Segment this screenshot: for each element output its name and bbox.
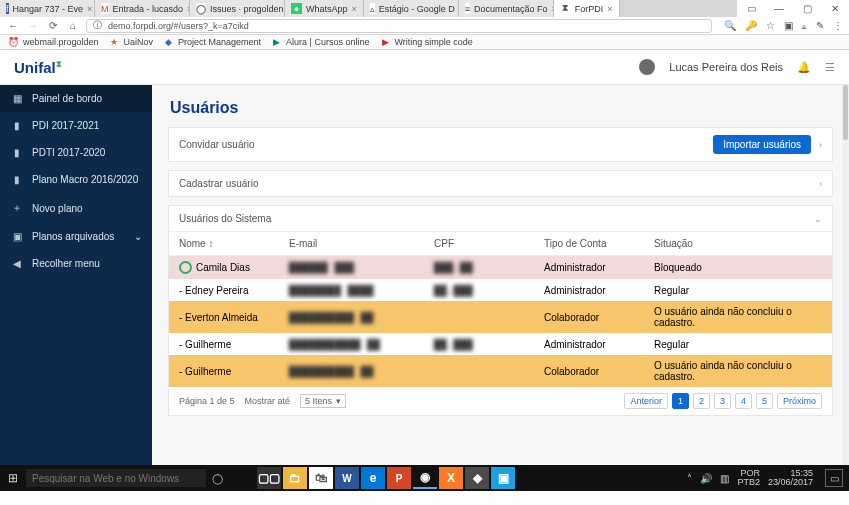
sidebar-item-label: Plano Macro 2016/2020 <box>32 174 138 185</box>
back-icon[interactable]: ← <box>6 20 20 31</box>
bookmark-item[interactable]: ★UaiNov <box>109 37 154 48</box>
browser-tab[interactable]: MEntrada - lucasdo× <box>95 0 190 17</box>
page-size-value: 5 Itens <box>305 396 332 406</box>
close-icon[interactable]: × <box>87 4 92 14</box>
browser-tab[interactable]: ≡Documentação Fo× <box>459 0 554 17</box>
pager-next[interactable]: Próximo <box>777 393 822 409</box>
windows-search-input[interactable] <box>26 469 206 487</box>
col-tipo[interactable]: Tipo de Conta <box>544 238 654 249</box>
col-email[interactable]: E-mail <box>289 238 434 249</box>
sidebar-item[interactable]: ▣Planos arquivados⌄ <box>0 223 152 250</box>
taskbar-app[interactable]: ◆ <box>465 467 489 489</box>
page-size-select[interactable]: 5 Itens ▾ <box>300 394 346 408</box>
reload-icon[interactable]: ⟳ <box>46 20 60 31</box>
taskbar-app[interactable]: ▢▢ <box>257 467 281 489</box>
cortana-icon[interactable]: ◯ <box>212 473 223 484</box>
browser-tab[interactable]: ⧗ForPDI× <box>554 0 620 17</box>
sidebar-item[interactable]: ＋Novo plano <box>0 193 152 223</box>
action-center-icon[interactable]: ▭ <box>825 469 843 487</box>
bell-icon[interactable]: 🔔 <box>797 61 811 74</box>
col-name[interactable]: Nome ↕ <box>179 238 289 249</box>
start-button[interactable]: ⊞ <box>0 471 26 485</box>
win-two-icon[interactable]: ▭ <box>737 3 765 14</box>
search-icon[interactable]: 🔍 <box>724 20 736 31</box>
import-users-button[interactable]: Importar usuários <box>713 135 811 154</box>
taskbar-app[interactable]: ◉ <box>413 467 437 489</box>
close-icon[interactable]: × <box>607 4 612 14</box>
taskbar: ⊞ ◯ ▢▢🗀🛍WeP◉X◆▣ ˄ 🔊 ▥ POR PTB2 15:35 23/… <box>0 465 849 491</box>
browser-tab[interactable]: fHangar 737 - Eve× <box>0 0 95 17</box>
sidebar-item[interactable]: ◀Recolher menu <box>0 250 152 277</box>
bookmark-item[interactable]: ⏰webmail.progolden <box>8 37 99 48</box>
menu-icon[interactable]: ⋮ <box>833 20 843 31</box>
pager-page[interactable]: 2 <box>693 393 710 409</box>
ext-icon[interactable]: ▣ <box>784 20 793 31</box>
cell-name: Camila Dias <box>196 262 250 273</box>
user-name[interactable]: Lucas Pereira dos Reis <box>669 61 783 73</box>
pager-page[interactable]: 1 <box>672 393 689 409</box>
minimize-icon[interactable]: — <box>765 3 793 14</box>
save-icon[interactable]: ✎ <box>816 20 824 31</box>
sidebar-item-label: Painel de bordo <box>32 93 102 104</box>
sidebar-item[interactable]: ▮PDI 2017-2021 <box>0 112 152 139</box>
table-row[interactable]: - Everton Almeida ██████████ ██ Colabora… <box>169 301 832 333</box>
tray-chevron-up-icon[interactable]: ˄ <box>687 473 692 484</box>
sidebar-item[interactable]: ▮PDTI 2017-2020 <box>0 139 152 166</box>
cell-sit: O usuário ainda não concluiu o cadastro. <box>654 306 822 328</box>
scrollbar-thumb[interactable] <box>843 85 848 140</box>
pager-page[interactable]: 5 <box>756 393 773 409</box>
table-row[interactable]: Camila Dias ██████ ███ ███.██ Administra… <box>169 256 832 279</box>
taskbar-app[interactable]: 🗀 <box>283 467 307 489</box>
table-row[interactable]: - Guilherme ███████████ ██ ██.███ Admini… <box>169 333 832 355</box>
browser-tab[interactable]: ◯Issues · progolden× <box>190 0 285 17</box>
scrollbar[interactable] <box>842 85 849 465</box>
favicon-icon: ▵ <box>370 3 375 14</box>
url-input[interactable]: ⓘ demo.forpdi.org/#/users?_k=a7cikd <box>86 19 712 33</box>
col-cpf[interactable]: CPF <box>434 238 544 249</box>
sidebar-icon: ◀ <box>10 258 24 269</box>
bookmark-item[interactable]: ◆Project Management <box>163 37 261 48</box>
table-row[interactable]: - Edney Pereira ████████ ████ ██.███ Adm… <box>169 279 832 301</box>
app-header: Unifal⧗ Lucas Pereira dos Reis 🔔 ☰ <box>0 50 849 85</box>
home-icon[interactable]: ⌂ <box>66 20 80 31</box>
tray-volume-icon[interactable]: 🔊 <box>700 473 712 484</box>
maximize-icon[interactable]: ▢ <box>793 3 821 14</box>
close-icon[interactable]: × <box>352 4 357 14</box>
tray-lang[interactable]: POR PTB2 <box>737 469 760 487</box>
forward-icon[interactable]: → <box>26 20 40 31</box>
hamburger-icon[interactable]: ☰ <box>825 61 835 74</box>
taskbar-app[interactable]: W <box>335 467 359 489</box>
sidebar-item[interactable]: ▮Plano Macro 2016/2020 <box>0 166 152 193</box>
pager-page[interactable]: 4 <box>735 393 752 409</box>
taskbar-app[interactable]: 🛍 <box>309 467 333 489</box>
key-icon[interactable]: 🔑 <box>745 20 757 31</box>
bookmark-item[interactable]: ▶Writing simple code <box>380 37 473 48</box>
browser-tab[interactable]: ▵Estágio - Google D× <box>364 0 459 17</box>
table-row[interactable]: - Guilherme ██████████ ██ Colaborador O … <box>169 355 832 387</box>
taskbar-app[interactable]: X <box>439 467 463 489</box>
dev-icon[interactable]: ⟁ <box>801 20 807 31</box>
close-icon[interactable]: ✕ <box>821 3 849 14</box>
sidebar-item[interactable]: ▦Painel de bordo <box>0 85 152 112</box>
tray-clock[interactable]: 15:35 23/06/2017 <box>768 469 813 487</box>
pager-page[interactable]: 3 <box>714 393 731 409</box>
tab-label: Estágio - Google D <box>379 4 455 14</box>
star-icon[interactable]: ☆ <box>766 20 775 31</box>
cell-name: - Guilherme <box>179 339 231 350</box>
sidebar-icon: ▣ <box>10 231 24 242</box>
chevron-down-icon[interactable]: ⌄ <box>814 214 822 224</box>
avatar[interactable] <box>639 59 655 75</box>
bookmark-icon: ◆ <box>163 37 174 48</box>
pager-prev[interactable]: Anterior <box>624 393 668 409</box>
tray-network-icon[interactable]: ▥ <box>720 473 729 484</box>
chevron-right-icon[interactable]: › <box>819 179 822 189</box>
col-sit[interactable]: Situação <box>654 238 822 249</box>
app-logo[interactable]: Unifal⧗ <box>14 59 62 76</box>
taskbar-app[interactable]: P <box>387 467 411 489</box>
taskbar-app[interactable]: e <box>361 467 385 489</box>
chevron-right-icon[interactable]: › <box>819 140 822 150</box>
taskbar-app[interactable]: ▣ <box>491 467 515 489</box>
browser-tab[interactable]: ●WhatsApp× <box>285 0 364 17</box>
bookmark-item[interactable]: ▶Alura | Cursos online <box>271 37 369 48</box>
favicon-icon: ⧗ <box>560 3 571 14</box>
